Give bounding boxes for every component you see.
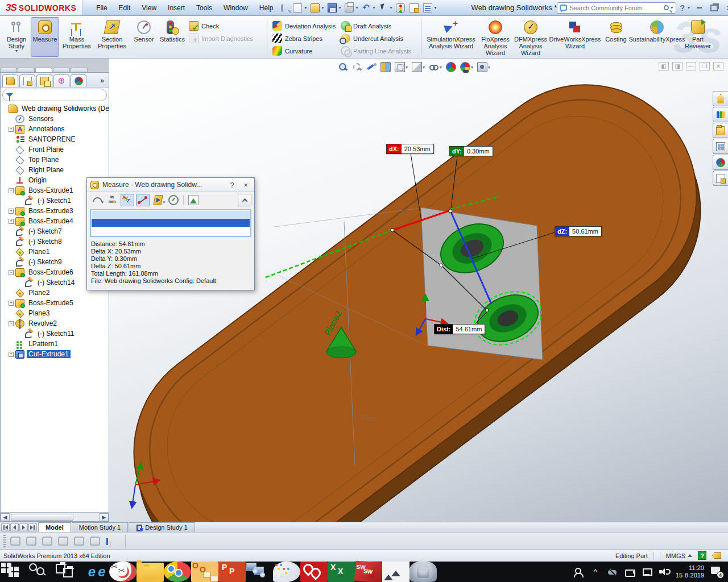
measurement-history-button[interactable] [167, 194, 180, 206]
expand-toggle[interactable]: - [9, 270, 14, 275]
taskbar-app-button[interactable] [27, 562, 55, 582]
driveworksxpress-wizard-button[interactable]: DriveWorksXpress Wizard [548, 17, 602, 57]
tree-item-label[interactable]: Boss-Extrude1 [27, 186, 75, 194]
sensor-button[interactable]: Sensor [130, 17, 158, 57]
expand-toggle[interactable]: - [9, 321, 14, 326]
command-tab[interactable] [18, 68, 35, 72]
view-palette-button[interactable] [713, 139, 728, 154]
taskbar-app-button[interactable] [164, 562, 191, 582]
measure-button[interactable]: Measure [31, 17, 59, 57]
tree-item[interactable]: - Revolve2 [1, 318, 109, 329]
tree-item-label[interactable]: (-) Sketch8 [27, 238, 64, 246]
options-button[interactable] [421, 2, 434, 14]
export-measure-button[interactable]: ▾ [151, 194, 165, 206]
file-properties-button[interactable] [408, 2, 420, 14]
zebra-stripes-button[interactable]: Zebra Stripes [270, 33, 338, 44]
measure-close-button[interactable]: × [241, 180, 251, 190]
design-study-button[interactable]: Design Study ▾ [2, 17, 31, 57]
hide-show-items-button[interactable]: ▾ [428, 61, 443, 73]
section-view-button[interactable] [379, 61, 392, 73]
command-tab[interactable] [53, 68, 70, 72]
tree-item[interactable]: + Cut-Extrude1 [1, 349, 109, 359]
doc-restore-button[interactable]: ❐ [700, 62, 710, 70]
tree-item[interactable]: + Boss-Extrude5 [1, 298, 109, 308]
taskbar-app-button[interactable] [109, 562, 136, 582]
dimxpertmanager-tab[interactable] [53, 74, 69, 87]
view-orientation-button[interactable]: ▾ [394, 61, 409, 73]
taskbar-app-button[interactable] [382, 562, 410, 582]
menu-item[interactable]: Window [218, 2, 254, 14]
tree-item[interactable]: Sensors [1, 114, 109, 124]
tree-item-label[interactable]: Plane3 [27, 309, 51, 317]
motion-tool-icon-2[interactable] [25, 535, 38, 547]
design-library-button[interactable] [713, 107, 728, 122]
point-to-point-button[interactable] [136, 194, 150, 206]
tree-item[interactable]: SANTOPRENE [1, 134, 109, 144]
featuremanager-tab[interactable] [2, 74, 18, 87]
collapse-dialog-button[interactable] [238, 194, 251, 206]
tree-item-label[interactable]: (-) Sketch9 [27, 258, 64, 266]
taskbar-app-button[interactable] [410, 562, 437, 582]
motion-tool-icon-5[interactable] [73, 535, 85, 547]
tree-horizontal-scrollbar[interactable]: ◀ ▶ [1, 512, 109, 521]
taskbar-app-button[interactable] [191, 562, 218, 582]
tree-item[interactable]: LPattern1 [1, 339, 109, 349]
scroll-left-icon[interactable]: ◀ [1, 513, 10, 521]
new-caret-icon[interactable]: ▾ [304, 5, 307, 10]
search-pin-icon[interactable] [281, 4, 283, 12]
expand-toggle[interactable]: - [9, 188, 14, 193]
taskbar-app-button[interactable] [0, 562, 27, 582]
measure-dialog[interactable]: Measure - Web drawing Solidw... ? × ▾ in… [86, 177, 255, 290]
clock[interactable]: 11:20 15-8-2019 [676, 564, 704, 579]
expand-toggle[interactable]: + [9, 209, 14, 214]
create-sensor-button[interactable] [187, 194, 200, 206]
display-style-button[interactable]: ▾ [411, 61, 426, 73]
propertymanager-tab[interactable] [19, 74, 35, 87]
tree-item[interactable]: (-) Sketch11 [1, 329, 109, 339]
expand-toggle[interactable]: + [9, 301, 14, 306]
tree-item-label[interactable]: Plane2 [27, 289, 51, 297]
doc-next-icon[interactable]: ◨ [672, 62, 682, 70]
tree-item-label[interactable]: Boss-Extrude5 [27, 299, 75, 307]
select-caret-icon[interactable]: ▾ [390, 5, 392, 10]
show-xyz-measurements-button[interactable]: XYZ [121, 194, 134, 206]
tree-item-label[interactable]: Cut-Extrude1 [27, 350, 71, 358]
unit-system-selector[interactable]: MMGS [666, 552, 692, 559]
sustainabilityxpress-button[interactable]: SustainabilityXpress [630, 17, 684, 57]
help-icon[interactable]: ? [680, 3, 685, 13]
apply-scene-button[interactable] [445, 61, 457, 73]
tree-item[interactable]: Right Plane [1, 165, 109, 175]
search-input[interactable] [569, 5, 661, 11]
minimize-button[interactable] [694, 3, 705, 13]
battery-icon[interactable] [624, 567, 635, 577]
search-magnifier-icon[interactable] [664, 5, 669, 10]
menu-item[interactable]: Insert [162, 2, 191, 14]
tree-item[interactable]: Plane3 [1, 308, 109, 318]
volume-icon[interactable] [659, 567, 669, 577]
measure-dialog-titlebar[interactable]: Measure - Web drawing Solidw... ? × [87, 178, 254, 192]
tree-item-label[interactable]: Boss-Extrude4 [27, 217, 75, 225]
tree-item[interactable]: + Annotations [1, 124, 109, 134]
quick-tips-icon[interactable]: ? [698, 551, 706, 560]
tree-item-label[interactable]: Boss-Extrude6 [27, 268, 75, 276]
doc-prev-icon[interactable]: ◧ [659, 62, 669, 70]
selection-list-item[interactable] [92, 211, 250, 219]
new-document-button[interactable] [291, 2, 304, 14]
simulationxpress-wizard-button[interactable]: SimulationXpress Analysis Wizard [424, 17, 478, 57]
scroll-thumb[interactable] [11, 514, 73, 521]
motion-tool-icon-3[interactable] [41, 535, 53, 547]
print-caret-icon[interactable]: ▾ [356, 5, 358, 10]
select-button[interactable] [377, 2, 390, 14]
restore-button[interactable] [709, 3, 720, 13]
measure-selection-list[interactable] [90, 209, 251, 237]
taskbar-app-button[interactable] [218, 562, 246, 582]
measure-help-button[interactable]: ? [227, 180, 237, 190]
taskbar-app-button[interactable] [55, 562, 82, 582]
command-tab[interactable] [0, 68, 17, 72]
home-tab-button[interactable] [713, 91, 728, 106]
command-tab[interactable] [71, 68, 88, 72]
search-caret-icon[interactable]: ▾ [671, 5, 673, 10]
taskbar-app-button[interactable] [328, 562, 355, 582]
tree-item-label[interactable]: Origin [27, 176, 48, 184]
toolbar-grip[interactable] [3, 535, 6, 547]
